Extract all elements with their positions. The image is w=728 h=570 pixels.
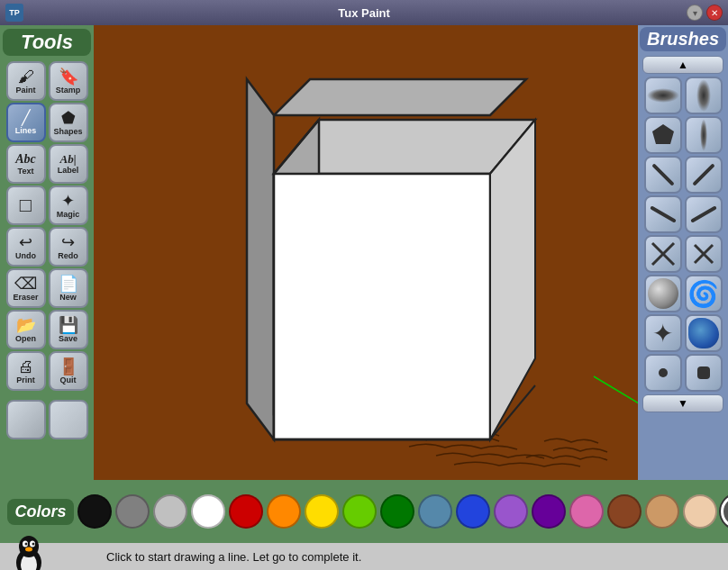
color-gray[interactable] xyxy=(115,494,150,529)
brush-scroll-up[interactable]: ▲ xyxy=(642,56,723,74)
tool-open[interactable]: 📂 Open xyxy=(6,310,46,349)
tool-new[interactable]: 📄 New xyxy=(49,268,88,308)
brush-row-1 xyxy=(644,77,723,114)
filler-swatch-1 xyxy=(6,400,46,439)
svg-point-29 xyxy=(25,547,32,552)
undo-icon: ↩ xyxy=(19,234,32,250)
save-icon: 💾 xyxy=(59,317,78,333)
brush-row-6: 🌀 xyxy=(644,275,723,312)
brush-diag-1-preview xyxy=(651,163,674,185)
color-tan[interactable] xyxy=(645,494,679,529)
stamp-label: Stamp xyxy=(56,86,81,95)
app-icon: TP xyxy=(5,4,23,22)
brush-spiral[interactable]: 🌀 xyxy=(685,275,723,312)
brush-x2[interactable] xyxy=(685,235,723,273)
color-black[interactable] xyxy=(77,494,112,529)
close-button[interactable]: ✕ xyxy=(706,5,723,21)
brush-oval-vertical[interactable] xyxy=(685,77,723,114)
color-lime[interactable] xyxy=(342,494,377,529)
brush-diag-2[interactable] xyxy=(685,156,723,194)
color-dark-selected[interactable] xyxy=(721,494,728,529)
brush-thin-oval-preview xyxy=(700,119,707,151)
tool-magic[interactable]: ✦ Magic xyxy=(49,185,88,225)
tool-row-7: 📂 Open 💾 Save xyxy=(6,310,88,349)
tool-row-8: 🖨 Print 🚪 Quit xyxy=(6,351,88,391)
color-teal[interactable] xyxy=(418,494,452,529)
window-controls: ▾ ✕ xyxy=(687,5,723,21)
undo-label: Undo xyxy=(15,251,36,260)
colors-section-label: Colors xyxy=(7,499,74,525)
brush-pentagon[interactable] xyxy=(644,116,682,154)
tool-row-2: ╱ Lines ⬟ Shapes xyxy=(6,103,88,142)
brush-thin-oval[interactable] xyxy=(685,116,723,154)
svg-marker-1 xyxy=(274,79,526,115)
tool-save[interactable]: 💾 Save xyxy=(49,310,88,349)
tool-stamp[interactable]: 🔖 Stamp xyxy=(49,61,88,101)
text-icon: Abc xyxy=(15,153,36,166)
brush-small-dot[interactable] xyxy=(644,354,682,392)
brush-oval-horizontal[interactable] xyxy=(644,77,682,114)
canvas-area[interactable]: + xyxy=(94,25,638,480)
tool-text[interactable]: Abc Text xyxy=(6,144,46,184)
tool-row-3: Abc Text Ab| Label xyxy=(6,144,88,184)
app-icon-text: TP xyxy=(9,8,20,17)
color-white[interactable] xyxy=(191,494,225,529)
color-purple[interactable] xyxy=(494,494,528,529)
tool-paint[interactable]: 🖌 Paint xyxy=(6,61,46,101)
tool-fill[interactable]: □ xyxy=(6,185,46,225)
save-label: Save xyxy=(59,334,77,343)
tool-shapes[interactable]: ⬟ Shapes xyxy=(49,103,88,142)
brush-diag-4[interactable] xyxy=(685,195,723,233)
paint-icon: 🖌 xyxy=(18,68,34,85)
brush-dot-sm-preview xyxy=(659,368,668,377)
brush-sphere-preview xyxy=(648,278,678,309)
tool-quit[interactable]: 🚪 Quit xyxy=(49,351,88,391)
status-bar: Click to start drawing a line. Let go to… xyxy=(0,543,728,570)
color-peach[interactable] xyxy=(683,494,717,529)
tool-redo[interactable]: ↪ Redo xyxy=(49,227,88,267)
fill-icon: □ xyxy=(20,195,32,215)
new-label: New xyxy=(59,293,77,302)
brush-sphere[interactable] xyxy=(644,275,682,312)
svg-rect-9 xyxy=(274,174,490,439)
brush-cross[interactable] xyxy=(644,235,682,273)
color-pink[interactable] xyxy=(569,494,604,529)
brush-spiral-icon: 🌀 xyxy=(687,279,719,309)
color-brown[interactable] xyxy=(607,494,642,529)
paint-label: Paint xyxy=(15,86,35,95)
color-orange[interactable] xyxy=(267,494,301,529)
brushes-section-label: Brushes xyxy=(640,27,726,51)
brush-diag-1[interactable] xyxy=(644,156,682,194)
tool-row-5: ↩ Undo ↪ Redo xyxy=(6,227,88,267)
eraser-icon: ⌫ xyxy=(14,276,37,292)
brush-diag-2-preview xyxy=(692,163,714,185)
color-yellow[interactable] xyxy=(305,494,339,529)
open-label: Open xyxy=(15,334,36,343)
brush-star[interactable]: ✦ xyxy=(644,314,682,352)
redo-label: Redo xyxy=(58,251,78,260)
tool-undo[interactable]: ↩ Undo xyxy=(6,227,46,267)
left-toolbar: Tools 🖌 Paint 🔖 Stamp ╱ Lines ⬟ Shapes xyxy=(0,25,94,480)
filler-swatch-2 xyxy=(49,400,88,439)
brush-oval-v-preview xyxy=(696,79,711,112)
color-silver[interactable] xyxy=(153,494,187,529)
brush-oval-h-preview xyxy=(647,88,679,103)
drawing-svg: + xyxy=(94,25,638,480)
color-blue[interactable] xyxy=(456,494,490,529)
brush-diag-3[interactable] xyxy=(644,195,682,233)
brush-blob[interactable] xyxy=(685,314,723,352)
print-label: Print xyxy=(16,375,35,385)
brush-row-3 xyxy=(644,156,723,194)
tool-print[interactable]: 🖨 Print xyxy=(6,351,46,391)
tool-label[interactable]: Ab| Label xyxy=(49,144,88,184)
color-green[interactable] xyxy=(380,494,414,529)
color-violet[interactable] xyxy=(532,494,566,529)
tool-eraser[interactable]: ⌫ Eraser xyxy=(6,268,46,308)
minimize-button[interactable]: ▾ xyxy=(687,5,703,21)
svg-point-27 xyxy=(25,543,28,546)
tool-lines[interactable]: ╱ Lines xyxy=(6,103,46,142)
color-red[interactable] xyxy=(229,494,263,529)
brush-scroll-down[interactable]: ▼ xyxy=(642,394,723,412)
brush-small-square[interactable] xyxy=(685,354,723,392)
brush-star-icon: ✦ xyxy=(652,319,673,348)
